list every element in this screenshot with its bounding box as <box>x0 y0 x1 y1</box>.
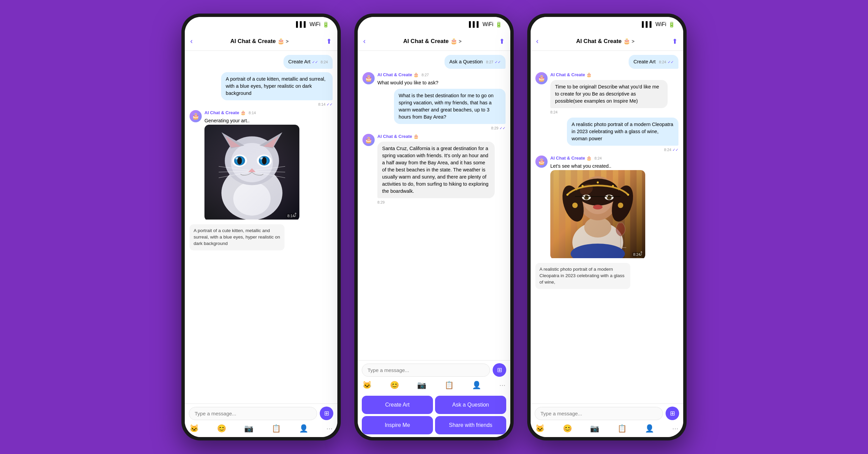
ai-avatar-3b: 🎂 <box>535 156 548 168</box>
image-caption-1: A portrait of a cute kitten, metallic an… <box>190 224 284 250</box>
status-bar-2: ▌▌▌ WiFi 🔋 <box>358 17 510 32</box>
generating-text: Generating your art.. <box>204 118 299 123</box>
message-vacation: What is the best destination for me to g… <box>362 89 506 130</box>
ai-response-1: 🎂 AI Chat & Create 🎂 8:14 Generating you… <box>190 110 333 221</box>
chat-body-3: Create Art 8:24 ✓✓ 🎂 AI Chat & Create 🎂 … <box>531 51 683 404</box>
chevron-1[interactable]: > <box>286 39 289 44</box>
emoji-cat-icon[interactable]: 🐱 <box>190 424 199 433</box>
camera-icon-2[interactable]: 📷 <box>417 381 426 390</box>
sender-name-2b: AI Chat & Create 🎂 <box>377 134 419 139</box>
toolbar-3: 🐱 😊 📷 📋 👤 ··· <box>535 423 679 434</box>
ask-question-button[interactable]: Ask a Question <box>435 396 506 414</box>
camera-icon[interactable]: 📷 <box>244 424 253 433</box>
inspire-me-button[interactable]: Inspire Me <box>362 416 433 434</box>
bubble-create-art: Create Art ✓✓ 8:24 <box>283 55 333 69</box>
ai-response-3b: 🎂 AI Chat & Create 🎂 8:24 Let's see what… <box>535 156 678 260</box>
clipboard-icon-2[interactable]: 📋 <box>445 381 454 390</box>
ai-content-2b: AI Chat & Create 🎂 Santa Cruz, Californi… <box>377 134 495 204</box>
ai-response-2a: 🎂 AI Chat & Create 🎂 8:27 What would you… <box>362 72 506 85</box>
signal-icon-3: ▌▌▌ <box>642 21 653 27</box>
ai-content-3a: AI Chat & Create 🎂 Time to be original! … <box>550 72 668 114</box>
status-bar-1: ▌▌▌ WiFi 🔋 <box>185 17 337 32</box>
toolbar-1: 🐱 😊 📷 📋 👤 ··· <box>189 423 333 434</box>
share-friends-button[interactable]: Share with friends <box>435 416 506 434</box>
signal-icon-2: ▌▌▌ <box>469 21 480 27</box>
input-row-1: ⊞ <box>189 407 333 420</box>
contact-icon-3[interactable]: 👤 <box>645 424 654 433</box>
back-button-1[interactable]: ‹ <box>190 37 193 46</box>
bubble-time: 8:14 ✓✓ <box>318 102 333 107</box>
message-portrait-desc: A portrait of a cute kitten, metallic an… <box>190 72 333 107</box>
ai-avatar-1: 🎂 <box>190 110 202 122</box>
bubble-ask-question: Ask a Question 8:27 ✓✓ <box>445 55 506 69</box>
status-icons-2: ▌▌▌ WiFi 🔋 <box>469 21 502 28</box>
ai-response-2b: 🎂 AI Chat & Create 🎂 Santa Cruz, Califor… <box>362 134 506 204</box>
grid-button-3[interactable]: ⊞ <box>666 407 679 420</box>
message-input-1[interactable] <box>189 407 317 420</box>
lets-see-text: Let's see what you created.. <box>550 163 645 169</box>
title-text-3: AI Chat & Create 🎂 <box>576 38 630 45</box>
grid-button-1[interactable]: ⊞ <box>320 407 333 420</box>
input-bar-3: ⊞ 🐱 😊 📷 📋 👤 ··· <box>531 404 683 437</box>
contact-icon-2[interactable]: 👤 <box>472 381 481 390</box>
bubble-santa-cruz: Santa Cruz, California is a great destin… <box>377 142 495 198</box>
ai-avatar-2b: 🎂 <box>362 134 375 146</box>
more-icon-3[interactable]: ··· <box>672 424 678 433</box>
upload-button-3[interactable]: ⬆ <box>672 37 678 45</box>
wifi-icon-3: WiFi <box>655 21 666 27</box>
emoji-face-icon-3[interactable]: 😊 <box>563 424 572 433</box>
chat-body-2: Ask a Question 8:27 ✓✓ 🎂 AI Chat & Creat… <box>358 51 510 360</box>
sender-name-1: AI Chat & Create 🎂 <box>204 110 246 115</box>
sender-time-3b: 8:24 <box>594 156 601 160</box>
clipboard-icon[interactable]: 📋 <box>272 424 281 433</box>
message-input-2[interactable] <box>362 364 490 377</box>
bubble-original: Time to be original! Describe what you'd… <box>550 80 668 108</box>
header-title-2: AI Chat & Create 🎂 > <box>370 38 495 45</box>
grid-button-2[interactable]: ⊞ <box>493 363 506 377</box>
chevron-2[interactable]: > <box>459 39 461 44</box>
chevron-3[interactable]: > <box>632 39 634 44</box>
bubble-time-original: 8:24 <box>550 110 668 114</box>
bubble-time-vacation: 8:29 ✓✓ <box>491 126 506 130</box>
upload-button-1[interactable]: ⬆ <box>326 37 332 45</box>
upload-button-2[interactable]: ⬆ <box>499 37 505 45</box>
bubble-text: A portrait of a cute kitten, metallic an… <box>226 76 326 96</box>
share-icon-1[interactable]: ⤴ <box>294 212 297 218</box>
bubble-text: Create Art <box>633 59 655 64</box>
message-input-3[interactable] <box>535 407 663 420</box>
message-cleopatra: A realistic photo portrait of a modern C… <box>535 118 678 152</box>
chat-header-2: ‹ AI Chat & Create 🎂 > ⬆ <box>358 32 510 51</box>
back-button-3[interactable]: ‹ <box>536 37 538 46</box>
bubble-time-response: 8:29 <box>377 200 495 204</box>
battery-icon-3: 🔋 <box>668 21 675 28</box>
contact-icon[interactable]: 👤 <box>299 424 308 433</box>
input-row-3: ⊞ <box>535 407 679 420</box>
more-icon-2[interactable]: ··· <box>499 381 506 390</box>
emoji-cat-icon-3[interactable]: 🐱 <box>535 424 545 433</box>
message-create-art: Create Art ✓✓ 8:24 <box>190 55 333 69</box>
toolbar-2: 🐱 😊 📷 📋 👤 ··· <box>362 379 506 391</box>
cleopatra-image-container: 8:24 ⤴ <box>550 170 645 260</box>
share-icon-3[interactable]: ⤴ <box>640 251 643 257</box>
clipboard-icon-3[interactable]: 📋 <box>617 424 627 433</box>
camera-icon-3[interactable]: 📷 <box>590 424 599 433</box>
bubble-text: Ask a Question <box>449 59 482 64</box>
chat-body-1: Create Art ✓✓ 8:24 A portrait of a cute … <box>185 51 337 404</box>
input-bar-2: ⊞ 🐱 😊 📷 📋 👤 ··· Create Art Ask a Questio… <box>358 360 510 437</box>
create-art-button[interactable]: Create Art <box>362 396 433 414</box>
msg-time: 8:24 <box>321 60 328 64</box>
back-button-2[interactable]: ‹ <box>363 37 366 46</box>
more-icon[interactable]: ··· <box>327 424 333 433</box>
message-ask-question: Ask a Question 8:27 ✓✓ <box>362 55 506 69</box>
emoji-face-icon-2[interactable]: 😊 <box>390 381 399 390</box>
msg-time: 8:27 <box>486 60 493 64</box>
ai-content-1: AI Chat & Create 🎂 8:14 Generating your … <box>204 110 299 221</box>
input-bar-1: ⊞ 🐱 😊 📷 📋 👤 ··· <box>185 404 337 437</box>
sender-info-2a: AI Chat & Create 🎂 8:27 <box>377 72 438 77</box>
sender-time-2a: 8:27 <box>421 73 429 77</box>
emoji-cat-icon-2[interactable]: 🐱 <box>362 381 372 390</box>
cleopatra-image <box>550 170 645 258</box>
chat-header-3: ‹ AI Chat & Create 🎂 > ⬆ <box>531 32 683 51</box>
emoji-face-icon[interactable]: 😊 <box>217 424 226 433</box>
title-text-1: AI Chat & Create 🎂 <box>230 38 284 45</box>
